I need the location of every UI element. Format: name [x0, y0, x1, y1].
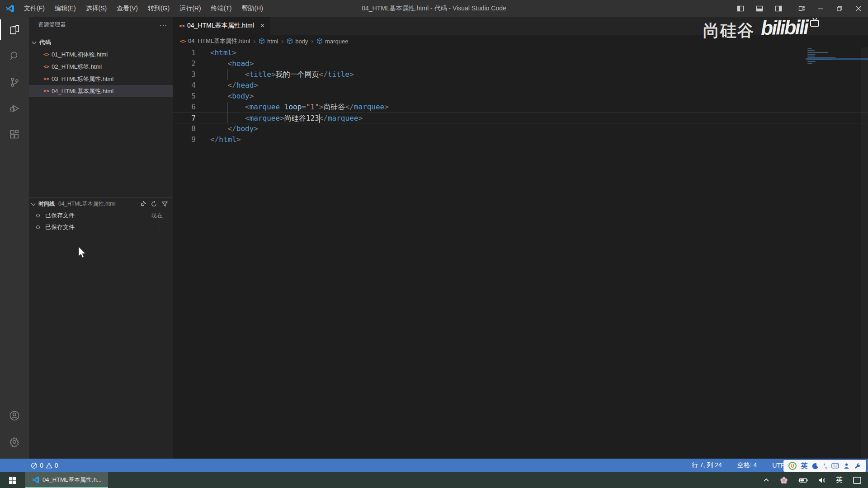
title-bar: 文件(F)编辑(E)选择(S)查看(V)转到(G)运行(R)终端(T)帮助(H)…	[0, 0, 868, 17]
minimap[interactable]	[806, 47, 868, 147]
code-line[interactable]: 5 <body>	[173, 91, 868, 102]
symbol-cube-icon	[259, 38, 265, 44]
menu-item[interactable]: 运行(R)	[175, 0, 206, 17]
breadcrumb-label: html	[267, 38, 278, 45]
code-line[interactable]: 3 <title>我的一个网页</title>	[173, 69, 868, 80]
toggle-panel-icon[interactable]	[750, 0, 769, 17]
line-number: 3	[173, 69, 196, 80]
breadcrumb-item[interactable]: <>04_HTML基本属性.html	[180, 37, 250, 45]
minimize-button[interactable]	[811, 0, 830, 17]
timeline-section: 时间线 04_HTML基本属性.html 已保存文件现在已保存文件	[29, 197, 173, 233]
battery-icon[interactable]	[798, 477, 808, 483]
close-window-button[interactable]	[849, 0, 868, 17]
file-row[interactable]: <>02_HTML标签.html	[29, 61, 173, 73]
tab-label: 04_HTML基本属性.html	[187, 22, 254, 30]
code-text: <marquee loop="1">尚硅谷</marquee>	[210, 102, 389, 113]
menu-item[interactable]: 文件(F)	[19, 0, 50, 17]
close-tab-icon[interactable]: ×	[260, 22, 264, 30]
error-count: 0	[40, 462, 43, 469]
sogou-flower-icon[interactable]	[780, 476, 788, 484]
code-text: <marquee>尚硅谷123</marquee>	[210, 113, 363, 123]
account-icon[interactable]	[0, 403, 29, 429]
code-line[interactable]: 2 <head>	[173, 58, 868, 69]
timeline-header[interactable]: 时间线 04_HTML基本属性.html	[29, 198, 173, 210]
menu-item[interactable]: 选择(S)	[81, 0, 112, 17]
code-line[interactable]: 4 </head>	[173, 80, 868, 91]
timeline-item[interactable]: 已保存文件	[29, 221, 173, 233]
menu-item[interactable]: 帮助(H)	[236, 0, 268, 17]
file-name: 03_HTML标签属性.html	[52, 75, 113, 83]
cursor-position[interactable]: 行 7, 列 24	[692, 461, 722, 469]
search-icon[interactable]	[0, 43, 29, 69]
tray-chevron-up-icon[interactable]	[763, 477, 770, 484]
file-name: 02_HTML标签.html	[52, 63, 102, 71]
menu-item[interactable]: 转到(G)	[143, 0, 175, 17]
tab-active[interactable]: <> 04_HTML基本属性.html ×	[173, 17, 270, 35]
warning-icon	[46, 462, 52, 469]
symbol-cube-icon	[287, 38, 293, 44]
indent-guide	[227, 69, 228, 80]
customize-layout-icon[interactable]	[792, 0, 811, 17]
ime-logo-icon[interactable]: U	[788, 462, 797, 470]
code-text: <html>	[210, 47, 236, 58]
person-icon[interactable]	[843, 463, 850, 469]
breadcrumb-item[interactable]: html	[259, 38, 278, 45]
ime-punctuation-icon[interactable]: ’,	[823, 462, 827, 469]
taskbar: 04_HTML基本属性.h... 英	[0, 472, 868, 488]
code-editor[interactable]: 1<html>2 <head>3 <title>我的一个网页</title>4 …	[173, 47, 868, 459]
timeline-item-label: 已保存文件	[45, 211, 151, 220]
run-debug-icon[interactable]	[0, 95, 29, 122]
breadcrumb-label: body	[295, 38, 308, 45]
toggle-sidebar-icon[interactable]	[731, 0, 750, 17]
taskbar-app-vscode[interactable]: 04_HTML基本属性.h...	[25, 472, 108, 488]
filter-icon[interactable]	[161, 201, 168, 207]
code-line[interactable]: 6 <marquee loop="1">尚硅谷</marquee>	[173, 102, 868, 113]
timeline-item[interactable]: 已保存文件现在	[29, 210, 173, 221]
pin-icon[interactable]	[140, 201, 146, 207]
mouse-cursor	[78, 246, 88, 260]
code-line[interactable]: 1<html>	[173, 47, 868, 58]
explorer-title: 资源管理器	[38, 21, 160, 28]
editor-scrollbar[interactable]	[861, 47, 868, 459]
breadcrumb-item[interactable]: body	[287, 38, 308, 45]
minimap-line	[807, 56, 815, 56]
minimap-line	[807, 50, 815, 51]
explorer-icon[interactable]	[0, 17, 29, 43]
ime-language-mode[interactable]: 英	[801, 462, 808, 470]
menu-bar: 文件(F)编辑(E)选择(S)查看(V)转到(G)运行(R)终端(T)帮助(H)	[19, 0, 268, 17]
timeline-item-label: 已保存文件	[45, 223, 163, 231]
refresh-icon[interactable]	[151, 201, 157, 207]
menu-item[interactable]: 编辑(E)	[50, 0, 81, 17]
breadcrumb-item[interactable]: marquee	[316, 38, 348, 45]
code-line[interactable]: 7 <marquee>尚硅谷123</marquee>	[173, 113, 868, 123]
minimap-line	[807, 63, 812, 64]
problems-indicator[interactable]: 0 0	[0, 462, 58, 469]
line-number: 9	[173, 134, 196, 145]
start-button[interactable]	[0, 472, 25, 488]
code-line[interactable]: 9</html>	[173, 134, 868, 145]
activity-bar	[0, 17, 29, 459]
file-row[interactable]: <>04_HTML基本属性.html	[29, 85, 173, 97]
more-actions-icon[interactable]: ···	[160, 21, 167, 28]
extensions-icon[interactable]	[0, 122, 29, 148]
notification-center-icon[interactable]	[853, 476, 862, 484]
folder-row[interactable]: 代码	[29, 36, 173, 48]
moon-icon[interactable]	[812, 463, 819, 469]
code-line[interactable]: 8 </body>	[173, 123, 868, 134]
vscode-logo-icon	[5, 4, 14, 13]
settings-gear-icon[interactable]	[0, 429, 29, 455]
menu-item[interactable]: 查看(V)	[112, 0, 143, 17]
volume-icon[interactable]	[818, 477, 826, 484]
wrench-icon[interactable]	[854, 463, 861, 469]
keyboard-icon[interactable]	[831, 463, 839, 469]
indentation[interactable]: 空格: 4	[737, 461, 757, 469]
menu-item[interactable]: 终端(T)	[206, 0, 237, 17]
source-control-icon[interactable]	[0, 69, 29, 95]
toggle-secondary-sidebar-icon[interactable]	[769, 0, 788, 17]
file-list: <>01_HTML初体验.html<>02_HTML标签.html<>03_HT…	[29, 48, 173, 97]
restore-button[interactable]	[830, 0, 849, 17]
file-row[interactable]: <>03_HTML标签属性.html	[29, 73, 173, 85]
file-row[interactable]: <>01_HTML初体验.html	[29, 48, 173, 61]
breadcrumb-label: 04_HTML基本属性.html	[188, 37, 250, 45]
tray-language-indicator[interactable]: 英	[836, 476, 843, 484]
